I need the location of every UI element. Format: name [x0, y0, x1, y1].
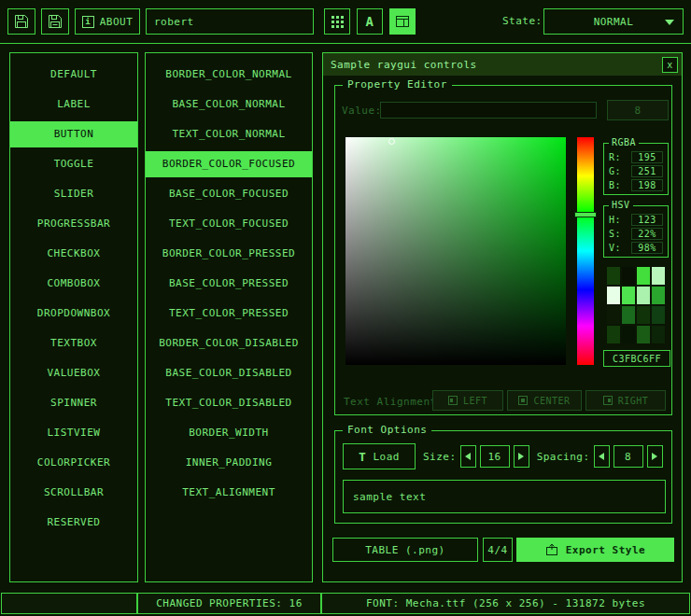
color-swatch[interactable] — [652, 287, 665, 304]
list-item-base_color_pressed[interactable]: BASE_COLOR_PRESSED — [146, 271, 312, 297]
export-format-dropdown[interactable]: TABLE (.png) — [332, 538, 478, 562]
list-item-reserved[interactable]: RESERVED — [10, 510, 137, 536]
size-increase-button[interactable] — [514, 445, 529, 468]
spacing-decrease-button[interactable] — [594, 445, 610, 468]
list-item-valuebox[interactable]: VALUEBOX — [10, 360, 137, 386]
list-item-text_color_disabled[interactable]: TEXT_COLOR_DISABLED — [146, 390, 312, 416]
load-style-button[interactable] — [7, 8, 35, 35]
color-swatch[interactable] — [637, 267, 650, 285]
color-swatch[interactable] — [637, 287, 650, 304]
list-item-listview[interactable]: LISTVIEW — [10, 420, 137, 446]
list-item-spinner[interactable]: SPINNER — [10, 390, 137, 416]
h-value: 123 — [631, 214, 663, 226]
color-swatch[interactable] — [637, 306, 650, 324]
align-left-icon — [448, 396, 458, 405]
state-label: State: — [502, 15, 543, 27]
color-swatch[interactable] — [607, 306, 620, 324]
list-item-label[interactable]: LABEL — [10, 91, 137, 118]
changed-properties-text: CHANGED PROPERTIES: 16 — [156, 597, 303, 609]
color-swatch[interactable] — [622, 267, 635, 285]
color-swatch[interactable] — [607, 267, 620, 285]
font-view-button[interactable]: A — [357, 8, 383, 35]
floppy-open-icon — [14, 14, 29, 29]
text-alignment-label: Text Alignment — [344, 396, 437, 408]
list-item-border_color_focused[interactable]: BORDER_COLOR_FOCUSED — [146, 151, 312, 177]
color-swatch[interactable] — [637, 326, 650, 343]
list-item-colorpicker[interactable]: COLORPICKER — [10, 450, 137, 476]
color-swatch[interactable] — [622, 326, 635, 343]
value-label: Value: — [342, 105, 382, 117]
value-button[interactable]: 8 — [607, 100, 669, 120]
export-style-button[interactable]: Export Style — [516, 538, 674, 562]
list-item-slider[interactable]: SLIDER — [10, 181, 137, 207]
color-swatch[interactable] — [652, 267, 665, 285]
list-item-dropdownbox[interactable]: DROPDOWNBOX — [10, 301, 137, 327]
controls-view-button[interactable] — [389, 8, 416, 35]
list-item-button[interactable]: BUTTON — [10, 121, 137, 147]
sample-text-input[interactable]: sample text — [343, 480, 666, 513]
window-panel-icon — [395, 14, 410, 29]
hsv-label: HSV — [609, 200, 633, 210]
list-item-toggle[interactable]: TOGGLE — [10, 151, 137, 177]
list-item-text_color_focused[interactable]: TEXT_COLOR_FOCUSED — [146, 211, 312, 237]
color-swatch[interactable] — [652, 326, 665, 343]
list-item-border_color_pressed[interactable]: BORDER_COLOR_PRESSED — [146, 241, 312, 267]
export-style-label: Export Style — [566, 544, 645, 556]
align-center-label: CENTER — [533, 396, 570, 406]
font-load-button[interactable]: T Load — [343, 443, 416, 469]
color-swatch[interactable] — [607, 287, 620, 304]
h-label: H: — [609, 215, 621, 225]
sample-text-value: sample text — [353, 491, 426, 503]
list-item-scrollbar[interactable]: SCROLLBAR — [10, 480, 137, 506]
spacing-increase-button[interactable] — [647, 445, 663, 468]
s-value: 22% — [631, 228, 663, 240]
hex-color-input[interactable]: C3FBC6FF — [603, 350, 670, 367]
color-swatch[interactable] — [607, 326, 620, 343]
hue-slider[interactable] — [577, 137, 594, 365]
list-item-base_color_normal[interactable]: BASE_COLOR_NORMAL — [146, 91, 312, 118]
about-button[interactable]: i ABOUT — [75, 8, 140, 35]
color-cursor[interactable] — [388, 138, 395, 145]
pages-value-box[interactable]: 4/4 — [483, 538, 513, 562]
font-icon: A — [366, 14, 374, 29]
style-name-input[interactable] — [146, 8, 314, 35]
state-dropdown[interactable]: NORMAL — [543, 8, 684, 35]
list-item-checkbox[interactable]: CHECKBOX — [10, 241, 137, 267]
color-swatch[interactable] — [622, 306, 635, 324]
align-right-button[interactable]: RIGHT — [585, 390, 666, 411]
list-item-inner_padding[interactable]: INNER_PADDING — [146, 450, 312, 476]
list-item-combobox[interactable]: COMBOBOX — [10, 271, 137, 297]
r-value: 195 — [631, 151, 663, 163]
close-icon: x — [667, 60, 673, 70]
list-item-text_alignment[interactable]: TEXT_ALIGNMENT — [146, 480, 312, 506]
list-item-border_width[interactable]: BORDER_WIDTH — [146, 420, 312, 446]
font-options-group: Font Options T Load Size: 16 Spacing: 8 — [334, 430, 672, 524]
list-item-base_color_disabled[interactable]: BASE_COLOR_DISABLED — [146, 360, 312, 386]
size-decrease-button[interactable] — [460, 445, 476, 468]
list-item-textbox[interactable]: TEXTBOX — [10, 330, 137, 357]
b-value: 198 — [631, 179, 663, 191]
chevron-down-icon — [665, 20, 674, 25]
color-swatch[interactable] — [652, 306, 665, 324]
save-style-button[interactable] — [41, 8, 69, 35]
style-table-view-button[interactable] — [324, 8, 350, 35]
value-slider[interactable] — [380, 102, 597, 119]
color-picker-panel[interactable] — [346, 137, 566, 365]
hex-color-value: C3FBC6FF — [613, 354, 661, 364]
list-item-base_color_focused[interactable]: BASE_COLOR_FOCUSED — [146, 181, 312, 207]
align-left-button[interactable]: LEFT — [432, 390, 503, 411]
list-item-border_color_disabled[interactable]: BORDER_COLOR_DISABLED — [146, 330, 312, 357]
hue-handle[interactable] — [574, 212, 597, 217]
info-icon: i — [82, 16, 94, 28]
list-item-default[interactable]: DEFAULT — [10, 62, 137, 88]
window-titlebar[interactable]: Sample raygui controls x — [323, 53, 682, 76]
list-item-text_color_pressed[interactable]: TEXT_COLOR_PRESSED — [146, 301, 312, 327]
list-item-border_color_normal[interactable]: BORDER_COLOR_NORMAL — [146, 62, 312, 88]
font-options-row: T Load Size: 16 Spacing: 8 — [343, 442, 666, 470]
rgba-group: RGBA R: 195 G: 251 B: 198 — [603, 143, 669, 195]
color-swatch[interactable] — [622, 287, 635, 304]
close-button[interactable]: x — [662, 57, 678, 73]
list-item-progressbar[interactable]: PROGRESSBAR — [10, 211, 137, 237]
list-item-text_color_normal[interactable]: TEXT_COLOR_NORMAL — [146, 121, 312, 147]
align-center-button[interactable]: CENTER — [507, 390, 582, 411]
